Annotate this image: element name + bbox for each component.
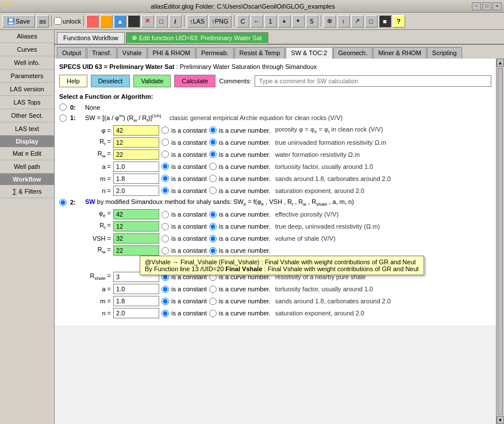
color-btn-orange[interactable] xyxy=(100,15,113,28)
unlock-checkbox[interactable] xyxy=(54,17,61,25)
sub-tab-scripting[interactable]: Scripting xyxy=(427,47,462,59)
sub-tab-resist-temp[interactable]: Resist & Temp xyxy=(234,47,286,59)
param-rt-1-curve-radio[interactable] xyxy=(209,138,217,146)
sub-tab-permeab[interactable]: Permeab. xyxy=(196,47,234,59)
color-btn-blue[interactable]: ▲ xyxy=(114,15,126,28)
x-button[interactable]: ✕ xyxy=(141,15,154,28)
color-btn-dark[interactable] xyxy=(128,15,140,28)
sidebar-item-las-version[interactable]: LAS version xyxy=(0,83,54,96)
tab-edit-function[interactable]: Edit function UID=63: Preliminary Water … xyxy=(126,32,268,44)
param-vsh-const-radio[interactable] xyxy=(161,235,169,242)
fn-option-1-radio[interactable] xyxy=(59,114,67,122)
param-m-1-input[interactable] xyxy=(113,174,159,184)
deselect-button[interactable]: Deselect xyxy=(91,75,130,87)
save-as-button[interactable]: as xyxy=(36,15,49,28)
param-n-1-curve-radio[interactable] xyxy=(209,187,217,194)
num1-button[interactable]: 1 xyxy=(264,15,277,28)
param-m-2-curve-radio[interactable] xyxy=(209,298,217,305)
sidebar-item-aliases[interactable]: Aliases xyxy=(0,30,54,43)
tool-btn-2[interactable]: ↑ xyxy=(337,15,350,28)
param-a-2-curve-radio[interactable] xyxy=(209,286,217,293)
sub-tab-sw-toc2[interactable]: SW & TOC:2 xyxy=(286,47,332,59)
num5-button[interactable]: 5 xyxy=(306,15,318,28)
comments-input[interactable] xyxy=(255,75,491,87)
color-btn-red[interactable] xyxy=(86,15,99,28)
square-button[interactable]: □ xyxy=(155,15,168,28)
arrow-button[interactable]: ← xyxy=(251,15,263,28)
param-m-1-const-radio[interactable] xyxy=(161,175,169,182)
param-rw-2-input[interactable] xyxy=(113,245,159,256)
calculate-button[interactable]: Calculate xyxy=(174,75,216,87)
param-phie-input[interactable] xyxy=(113,209,159,219)
param-rw-1-input[interactable] xyxy=(113,149,159,160)
param-vsh-input[interactable] xyxy=(113,233,159,244)
param-n-1-input[interactable] xyxy=(113,186,159,196)
fn-option-0-radio[interactable] xyxy=(59,103,67,111)
validate-button[interactable]: Validate xyxy=(133,75,171,87)
param-rt-1-const-radio[interactable] xyxy=(161,138,169,146)
scroll-down-arrow[interactable]: ▼ xyxy=(497,416,504,424)
tool-btn-3[interactable]: ↗ xyxy=(351,15,364,28)
close-button[interactable]: × xyxy=(493,2,502,10)
fn-option-2-radio[interactable] xyxy=(59,199,67,206)
tool-btn-4[interactable]: □ xyxy=(365,15,378,28)
param-a-1-const-radio[interactable] xyxy=(161,163,169,170)
param-a-1-input[interactable] xyxy=(113,161,159,172)
param-a-2-input[interactable] xyxy=(113,284,159,294)
c-button[interactable]: C xyxy=(237,15,249,28)
save-button[interactable]: Save xyxy=(2,15,35,28)
scrollbar[interactable]: ▲ ▼ xyxy=(496,59,504,424)
param-rt-2-const-radio[interactable] xyxy=(161,223,169,230)
param-rw-2-curve-radio[interactable] xyxy=(209,247,217,255)
las-button[interactable]: ↑LAS xyxy=(187,15,207,28)
sub-tab-transf[interactable]: Transf. xyxy=(87,47,117,59)
param-phi-curve-radio[interactable] xyxy=(209,126,217,134)
spin-up[interactable]: ▲ xyxy=(278,15,291,28)
param-n-2-input[interactable] xyxy=(113,308,159,318)
param-n-2-const-radio[interactable] xyxy=(161,310,169,317)
sub-tab-phi-rhom[interactable]: PHI & RHOM xyxy=(148,47,195,59)
param-rw-2-const-radio[interactable] xyxy=(161,247,169,255)
param-m-2-input[interactable] xyxy=(113,296,159,306)
param-phi-input[interactable] xyxy=(113,125,159,136)
sidebar-item-well-path[interactable]: Well path xyxy=(0,160,54,174)
tool-btn-1[interactable]: ⊕ xyxy=(324,15,336,28)
param-rt-1-input[interactable] xyxy=(113,137,159,148)
minimize-button[interactable]: − xyxy=(472,2,481,10)
maximize-button[interactable]: □ xyxy=(482,2,491,10)
i-button[interactable]: i xyxy=(169,15,182,28)
param-a-2-const-radio[interactable] xyxy=(161,286,169,293)
param-n-2-curve-radio[interactable] xyxy=(209,310,217,317)
tab-functions-workflow[interactable]: Functions Workflow xyxy=(57,32,125,44)
param-phie-const-radio[interactable] xyxy=(161,211,169,218)
sidebar-item-curves[interactable]: Curves xyxy=(0,43,54,56)
param-rw-1-const-radio[interactable] xyxy=(161,151,169,158)
help-button[interactable]: Help xyxy=(59,75,87,87)
param-m-2-const-radio[interactable] xyxy=(161,298,169,305)
sidebar-item-las-tops[interactable]: LAS Tops xyxy=(0,96,54,109)
param-m-1-curve-radio[interactable] xyxy=(209,175,217,182)
scroll-thumb[interactable] xyxy=(498,68,503,415)
sub-tab-geomech[interactable]: Geomech. xyxy=(333,47,373,59)
param-a-1-curve-radio[interactable] xyxy=(209,163,217,170)
sidebar-item-parameters[interactable]: Parameters xyxy=(0,70,54,83)
param-rt-2-curve-radio[interactable] xyxy=(209,223,217,230)
sidebar-item-mat-edit[interactable]: Mat ≡ Edit xyxy=(0,147,54,160)
param-rw-1-curve-radio[interactable] xyxy=(209,151,217,158)
scroll-up-arrow[interactable]: ▲ xyxy=(497,59,504,67)
param-rt-2-input[interactable] xyxy=(113,221,159,232)
param-phie-curve-radio[interactable] xyxy=(209,211,217,218)
tool-btn-5[interactable]: ■ xyxy=(379,15,391,28)
sub-tab-miner-rhom[interactable]: Miner & RHOM xyxy=(373,47,426,59)
sidebar-item-well-info[interactable]: Well info. xyxy=(0,56,54,70)
sub-tab-vshale[interactable]: Vshale xyxy=(117,47,147,59)
sub-tab-output[interactable]: Output xyxy=(57,47,86,59)
sidebar-item-other-sect[interactable]: Other Sect. xyxy=(0,109,54,122)
param-n-1-const-radio[interactable] xyxy=(161,187,169,194)
help-button[interactable]: ? xyxy=(393,15,405,28)
sidebar-item-las-text[interactable]: LAS text xyxy=(0,122,54,136)
param-phi-const-radio[interactable] xyxy=(161,126,169,134)
sidebar-item-sigma-filters[interactable]: ∑ & Filters xyxy=(0,185,54,198)
png-button[interactable]: ↑PNG xyxy=(209,15,231,28)
param-vsh-curve-radio[interactable] xyxy=(209,235,217,242)
